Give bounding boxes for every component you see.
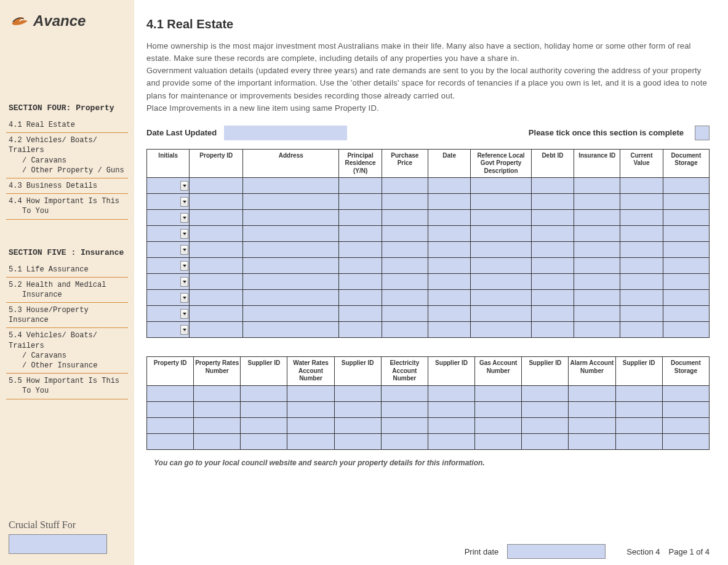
table2-cell[interactable] bbox=[522, 385, 569, 401]
table1-cell[interactable] bbox=[428, 306, 470, 322]
sidebar-item-s4-2[interactable]: 4.3 Business Details bbox=[6, 178, 128, 194]
table1-cell[interactable] bbox=[243, 322, 339, 338]
table1-cell[interactable] bbox=[531, 306, 574, 322]
table2-cell[interactable] bbox=[662, 417, 709, 433]
table2-cell[interactable] bbox=[428, 433, 474, 449]
table1-cell[interactable] bbox=[243, 242, 339, 258]
table2-cell[interactable] bbox=[194, 401, 241, 417]
table1-cell[interactable] bbox=[428, 210, 470, 226]
table2-cell[interactable] bbox=[522, 433, 569, 449]
table1-cell[interactable] bbox=[620, 178, 663, 194]
table1-cell[interactable] bbox=[190, 274, 243, 290]
table1-cell[interactable] bbox=[147, 178, 190, 194]
table2-cell[interactable] bbox=[615, 417, 662, 433]
table2-cell[interactable] bbox=[615, 401, 662, 417]
table2-cell[interactable] bbox=[334, 433, 381, 449]
table2-cell[interactable] bbox=[662, 401, 709, 417]
table1-cell[interactable] bbox=[663, 322, 709, 338]
table2-cell[interactable] bbox=[241, 401, 287, 417]
table1-cell[interactable] bbox=[147, 258, 190, 274]
table1-cell[interactable] bbox=[663, 194, 709, 210]
table2-cell[interactable] bbox=[428, 401, 474, 417]
table2-cell[interactable] bbox=[287, 417, 334, 433]
table1-cell[interactable] bbox=[339, 226, 382, 242]
table2-cell[interactable] bbox=[194, 417, 241, 433]
initials-dropdown[interactable] bbox=[180, 229, 188, 239]
table1-cell[interactable] bbox=[620, 194, 663, 210]
table1-cell[interactable] bbox=[243, 194, 339, 210]
table1-cell[interactable] bbox=[428, 242, 470, 258]
initials-dropdown[interactable] bbox=[180, 213, 188, 223]
table1-cell[interactable] bbox=[620, 226, 663, 242]
table1-cell[interactable] bbox=[243, 178, 339, 194]
table2-cell[interactable] bbox=[287, 433, 334, 449]
table1-cell[interactable] bbox=[428, 178, 470, 194]
table1-cell[interactable] bbox=[428, 226, 470, 242]
table1-cell[interactable] bbox=[574, 194, 620, 210]
table1-cell[interactable] bbox=[620, 322, 663, 338]
table2-cell[interactable] bbox=[241, 433, 287, 449]
table2-cell[interactable] bbox=[147, 401, 194, 417]
table1-cell[interactable] bbox=[382, 194, 428, 210]
table2-cell[interactable] bbox=[569, 401, 615, 417]
table1-cell[interactable] bbox=[243, 210, 339, 226]
table1-cell[interactable] bbox=[471, 242, 531, 258]
table1-cell[interactable] bbox=[531, 210, 574, 226]
table1-cell[interactable] bbox=[428, 322, 470, 338]
crucial-stuff-input[interactable] bbox=[9, 534, 107, 554]
table1-cell[interactable] bbox=[190, 242, 243, 258]
initials-dropdown[interactable] bbox=[180, 293, 188, 303]
table1-cell[interactable] bbox=[531, 322, 574, 338]
table2-cell[interactable] bbox=[522, 401, 569, 417]
table2-cell[interactable] bbox=[428, 385, 474, 401]
table2-cell[interactable] bbox=[287, 401, 334, 417]
table1-cell[interactable] bbox=[531, 274, 574, 290]
table1-cell[interactable] bbox=[663, 290, 709, 306]
table1-cell[interactable] bbox=[574, 322, 620, 338]
table1-cell[interactable] bbox=[531, 242, 574, 258]
table1-cell[interactable] bbox=[243, 226, 339, 242]
table2-cell[interactable] bbox=[662, 433, 709, 449]
table1-cell[interactable] bbox=[663, 306, 709, 322]
table1-cell[interactable] bbox=[620, 210, 663, 226]
sidebar-item-s5-1[interactable]: 5.2 Health and MedicalInsurance bbox=[6, 278, 128, 303]
table2-cell[interactable] bbox=[287, 385, 334, 401]
table2-cell[interactable] bbox=[147, 385, 194, 401]
table1-cell[interactable] bbox=[574, 178, 620, 194]
table2-cell[interactable] bbox=[569, 385, 615, 401]
section-complete-checkbox[interactable] bbox=[695, 126, 710, 140]
sidebar-item-s5-0[interactable]: 5.1 Life Assurance bbox=[6, 262, 128, 278]
table2-cell[interactable] bbox=[475, 433, 522, 449]
table1-cell[interactable] bbox=[382, 322, 428, 338]
table1-cell[interactable] bbox=[620, 306, 663, 322]
table1-cell[interactable] bbox=[471, 258, 531, 274]
table2-cell[interactable] bbox=[615, 385, 662, 401]
table1-cell[interactable] bbox=[574, 226, 620, 242]
table2-cell[interactable] bbox=[381, 385, 428, 401]
table2-cell[interactable] bbox=[194, 385, 241, 401]
table1-cell[interactable] bbox=[339, 322, 382, 338]
initials-dropdown[interactable] bbox=[180, 197, 188, 207]
table1-cell[interactable] bbox=[339, 274, 382, 290]
table1-cell[interactable] bbox=[428, 274, 470, 290]
table1-cell[interactable] bbox=[531, 194, 574, 210]
table1-cell[interactable] bbox=[243, 274, 339, 290]
table1-cell[interactable] bbox=[574, 306, 620, 322]
table1-cell[interactable] bbox=[531, 178, 574, 194]
table1-cell[interactable] bbox=[428, 290, 470, 306]
table1-cell[interactable] bbox=[531, 226, 574, 242]
table1-cell[interactable] bbox=[243, 306, 339, 322]
table2-cell[interactable] bbox=[475, 385, 522, 401]
table2-cell[interactable] bbox=[334, 417, 381, 433]
sidebar-item-s5-4[interactable]: 5.5 How Important Is ThisTo You bbox=[6, 374, 128, 399]
table1-cell[interactable] bbox=[190, 306, 243, 322]
table2-cell[interactable] bbox=[194, 433, 241, 449]
table1-cell[interactable] bbox=[243, 290, 339, 306]
table2-cell[interactable] bbox=[569, 417, 615, 433]
initials-dropdown[interactable] bbox=[180, 245, 188, 255]
table1-cell[interactable] bbox=[471, 210, 531, 226]
table1-cell[interactable] bbox=[382, 258, 428, 274]
table1-cell[interactable] bbox=[471, 194, 531, 210]
table1-cell[interactable] bbox=[531, 258, 574, 274]
table1-cell[interactable] bbox=[382, 242, 428, 258]
